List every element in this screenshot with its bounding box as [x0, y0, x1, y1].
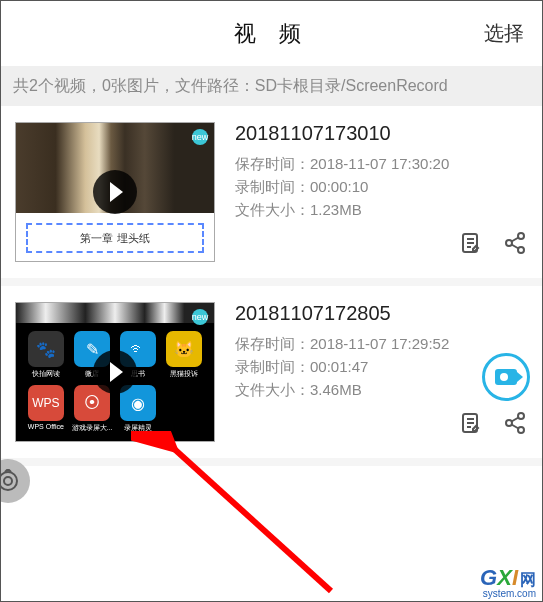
page-title: 视 频 — [234, 19, 308, 49]
svg-line-10 — [171, 446, 331, 591]
camera-icon — [495, 369, 517, 385]
svg-point-5 — [518, 413, 524, 419]
share-icon[interactable] — [502, 410, 528, 436]
header: 视 频 选择 — [1, 1, 542, 66]
svg-point-6 — [506, 420, 512, 426]
summary-bar: 共2个视频，0张图片，文件路径：SD卡根目录/ScreenRecord — [1, 66, 542, 106]
edit-icon[interactable] — [458, 410, 484, 436]
video-item[interactable]: 第一章 埋头纸 new 20181107173010 保存时间：2018-11-… — [1, 106, 542, 286]
file-size: 文件大小：1.23MB — [235, 201, 528, 220]
video-info: 20181107173010 保存时间：2018-11-07 17:30:20 … — [215, 122, 528, 262]
play-icon[interactable] — [93, 350, 137, 394]
video-title: 20181107172805 — [235, 302, 528, 325]
select-button[interactable]: 选择 — [484, 20, 524, 47]
video-info: 20181107172805 保存时间：2018-11-07 17:29:52 … — [215, 302, 528, 442]
video-item[interactable]: new 🐾快拍网读 ✎微店 ᯤ思书 🐱黑猫投诉 WPSWPS Office ⦿游… — [1, 286, 542, 466]
thumb-caption: 第一章 埋头纸 — [26, 223, 204, 253]
save-time: 保存时间：2018-11-07 17:29:52 — [235, 335, 528, 354]
svg-point-9 — [4, 477, 12, 485]
video-title: 20181107173010 — [235, 122, 528, 145]
play-icon[interactable] — [93, 170, 137, 214]
video-thumbnail[interactable]: new 🐾快拍网读 ✎微店 ᯤ思书 🐱黑猫投诉 WPSWPS Office ⦿游… — [15, 302, 215, 442]
svg-point-7 — [518, 427, 524, 433]
new-badge: new — [192, 129, 208, 145]
share-icon[interactable] — [502, 230, 528, 256]
edit-icon[interactable] — [458, 230, 484, 256]
svg-point-2 — [506, 240, 512, 246]
video-thumbnail[interactable]: 第一章 埋头纸 new — [15, 122, 215, 262]
summary-text: 共2个视频，0张图片，文件路径：SD卡根目录/ScreenRecord — [13, 76, 448, 97]
new-badge: new — [192, 309, 208, 325]
record-fab[interactable] — [482, 353, 530, 401]
watermark: GXI网 system.com — [480, 567, 536, 599]
svg-point-8 — [0, 472, 17, 490]
save-time: 保存时间：2018-11-07 17:30:20 — [235, 155, 528, 174]
rec-time: 录制时间：00:00:10 — [235, 178, 528, 197]
svg-point-1 — [518, 233, 524, 239]
svg-point-3 — [518, 247, 524, 253]
